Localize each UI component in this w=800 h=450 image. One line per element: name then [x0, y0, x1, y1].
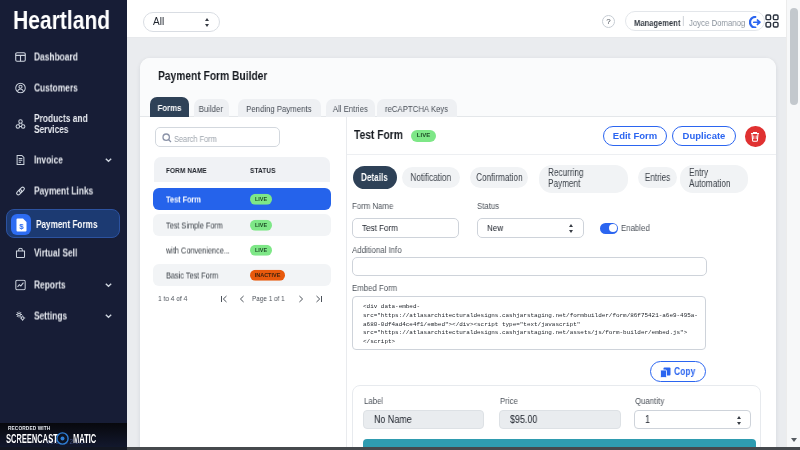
svg-text:$: $ [19, 220, 24, 229]
